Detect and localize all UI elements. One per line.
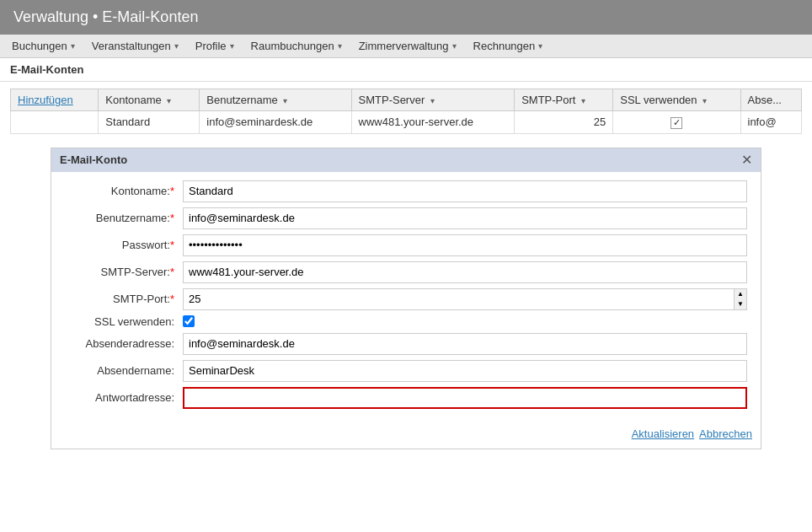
ssl-checkbox[interactable] [183,315,195,327]
kontoname-label: Kontoname:* [65,185,183,197]
chevron-down-icon: ▾ [452,41,457,51]
nav-item-raumbuchungen[interactable]: Raumbuchungen ▾ [243,35,350,57]
ssl-checkbox-display: ✓ [670,117,682,129]
chevron-down-icon: ▾ [174,41,179,51]
col-smtp-port: SMTP-Port ▾ [515,89,613,111]
sort-icon[interactable]: ▾ [167,96,171,105]
kontoname-input[interactable] [183,180,747,202]
email-konto-modal: E-Mail-Konto ✕ Kontoname:* Benutzername:… [51,148,761,449]
modal-title-bar: E-Mail-Konto ✕ [51,148,761,172]
cell-smtp-port: 25 [515,111,613,134]
smtp-server-input[interactable] [183,261,747,283]
col-kontoname: Kontoname ▾ [99,89,200,111]
nav-item-veranstaltungen[interactable]: Veranstaltungen ▾ [83,35,187,57]
sort-icon[interactable]: ▾ [283,96,287,105]
col-absender: Abse... [740,89,802,111]
spinner-buttons: ▲ ▼ [734,288,747,310]
add-link[interactable]: Hinzufügen [18,94,73,106]
absendername-row: Absendername: [65,360,747,382]
nav-item-buchungen[interactable]: Buchungen ▾ [3,35,83,57]
absenderadresse-label: Absenderadresse: [65,337,183,350]
chevron-down-icon: ▾ [338,41,342,51]
absendername-input[interactable] [183,360,747,382]
smtp-port-spinner: ▲ ▼ [183,288,747,310]
benutzername-row: Benutzername:* [65,207,747,229]
chevron-down-icon: ▾ [538,41,542,51]
spinner-down-button[interactable]: ▼ [735,299,746,309]
table-area: Hinzufügen Kontoname ▾ Benutzername ▾ SM… [0,82,812,134]
antwortadresse-label: Antwortadresse: [65,391,183,404]
email-accounts-table: Hinzufügen Kontoname ▾ Benutzername ▾ SM… [10,89,802,134]
col-benutzername: Benutzername ▾ [200,89,351,111]
kontoname-row: Kontoname:* [65,180,747,202]
page-header: Verwaltung • E-Mail-Konten [0,0,812,35]
col-ssl: SSL verwenden ▾ [613,89,740,111]
nav-item-rechnungen[interactable]: Rechnungen ▾ [465,35,552,57]
cancel-button[interactable]: Abbrechen [699,427,752,440]
modal-footer: Aktualisieren Abbrechen [51,422,761,449]
absenderadresse-input[interactable] [183,333,747,355]
absenderadresse-row: Absenderadresse: [65,333,747,355]
sort-icon[interactable]: ▾ [430,96,435,105]
ssl-checkbox-row [183,315,195,327]
benutzername-label: Benutzername:* [65,212,183,224]
ssl-label: SSL verwenden: [65,315,183,328]
page-title: Verwaltung • E-Mail-Konten [13,8,198,25]
spinner-up-button[interactable]: ▲ [735,289,746,299]
nav-bar: Buchungen ▾ Veranstaltungen ▾ Profile ▾ … [0,35,812,58]
update-button[interactable]: Aktualisieren [632,427,694,440]
modal-body: Kontoname:* Benutzername:* Passwort:* SM… [51,172,761,422]
cell-absender: info@ [740,111,802,134]
table-add-col: Hinzufügen [11,89,99,111]
cell-benutzername: info@seminardesk.de [200,111,351,134]
sort-icon[interactable]: ▾ [581,96,585,105]
smtp-port-label: SMTP-Port:* [65,293,183,305]
sub-header: E-Mail-Konten [0,58,812,82]
row-select [11,111,99,134]
nav-item-profile[interactable]: Profile ▾ [187,35,243,57]
smtp-server-row: SMTP-Server:* [65,261,747,283]
smtp-port-row: SMTP-Port:* ▲ ▼ [65,288,747,310]
passwort-input[interactable] [183,234,747,256]
cell-ssl: ✓ [613,111,740,134]
passwort-row: Passwort:* [65,234,747,256]
absendername-label: Absendername: [65,364,183,377]
chevron-down-icon: ▾ [230,41,234,51]
table-row: Standard info@seminardesk.de www481.your… [11,111,802,134]
cell-kontoname: Standard [99,111,200,134]
antwortadresse-row: Antwortadresse: [65,387,747,409]
modal-title: E-Mail-Konto [60,153,127,166]
chevron-down-icon: ▾ [71,41,75,51]
ssl-row: SSL verwenden: [65,315,747,328]
smtp-server-label: SMTP-Server:* [65,266,183,278]
nav-item-zimmerverwaltung[interactable]: Zimmerverwaltung ▾ [350,35,465,57]
modal-close-button[interactable]: ✕ [741,153,752,167]
antwortadresse-input[interactable] [183,387,747,409]
benutzername-input[interactable] [183,207,747,229]
cell-smtp-server: www481.your-server.de [351,111,515,134]
smtp-port-input[interactable] [183,288,734,310]
sort-icon[interactable]: ▾ [702,96,707,105]
passwort-label: Passwort:* [65,239,183,251]
col-smtp-server: SMTP-Server ▾ [351,89,515,111]
